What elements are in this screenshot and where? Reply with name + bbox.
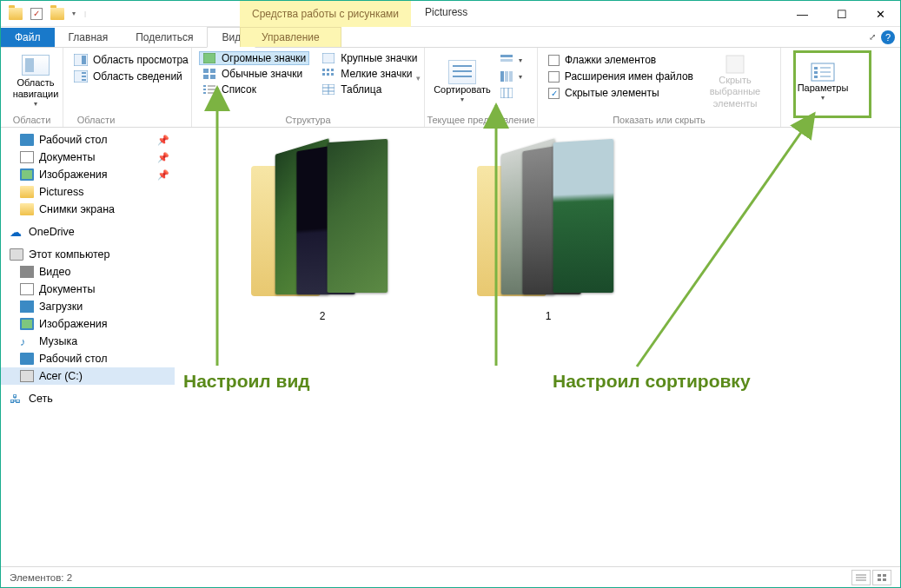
details-pane-button[interactable]: Область сведений bbox=[70, 69, 184, 83]
details-icon bbox=[321, 83, 335, 96]
file-view[interactable]: 2 1 Настроил вид Настроил сортировку bbox=[175, 128, 900, 566]
sort-button[interactable]: Сортировать ▾ bbox=[432, 51, 493, 112]
folder-name: 2 bbox=[320, 310, 326, 322]
folder-item[interactable]: 1 bbox=[470, 128, 626, 322]
tab-home[interactable]: Главная bbox=[55, 28, 123, 47]
view-details[interactable]: Таблица bbox=[318, 83, 421, 96]
navigation-pane-button[interactable]: Область навигации ▾ bbox=[8, 51, 63, 112]
help-icon[interactable]: ? bbox=[881, 30, 895, 44]
group-current-label: Текущее представление bbox=[425, 115, 537, 125]
group-by-button[interactable]: ▾ bbox=[496, 53, 526, 67]
tree-label: Сеть bbox=[29, 393, 53, 405]
svg-rect-18 bbox=[203, 85, 206, 87]
context-tab-header: Средства работы с рисунками bbox=[240, 1, 411, 27]
tree-documents2[interactable]: Документы bbox=[1, 281, 175, 298]
tree-label: Загрузки bbox=[39, 301, 83, 313]
document-icon bbox=[20, 283, 34, 295]
list-icon bbox=[202, 83, 216, 96]
status-item-count: Элементов: 2 bbox=[10, 572, 72, 583]
hide-selected-button: Скрыть выбранные элементы bbox=[697, 51, 773, 112]
tree-label: OneDrive bbox=[29, 226, 75, 238]
tab-share[interactable]: Поделиться bbox=[122, 28, 207, 47]
minimize-button[interactable]: — bbox=[783, 1, 822, 27]
svg-rect-17 bbox=[331, 73, 334, 76]
sort-icon bbox=[448, 60, 476, 84]
folder-thumbnail bbox=[244, 128, 401, 301]
close-button[interactable]: ✕ bbox=[861, 1, 900, 27]
layout-more-icon[interactable]: ▾ bbox=[416, 74, 421, 83]
svg-rect-22 bbox=[203, 92, 206, 94]
navigation-pane-label: Область навигации bbox=[8, 77, 63, 100]
tree-desktop2[interactable]: Рабочий стол bbox=[1, 350, 175, 367]
view-small-icons[interactable]: Мелкие значки bbox=[318, 67, 421, 81]
add-columns-button[interactable]: ▾ bbox=[496, 69, 526, 83]
tree-pictures[interactable]: Изображения📌 bbox=[1, 166, 175, 183]
checkbox-icon bbox=[548, 55, 560, 66]
chevron-down-icon: ▾ bbox=[34, 100, 37, 109]
tree-label: Acer (C:) bbox=[39, 370, 83, 382]
view-huge-icons[interactable]: Огромные значки bbox=[199, 51, 309, 65]
folder-item[interactable]: 2 bbox=[244, 128, 401, 322]
checkbox-checked-icon: ✓ bbox=[548, 88, 560, 99]
navigation-tree[interactable]: Рабочий стол📌 Документы📌 Изображения📌 Pi… bbox=[1, 128, 175, 566]
hide-selected-label: Скрыть выбранные элементы bbox=[697, 75, 773, 109]
svg-rect-51 bbox=[883, 574, 886, 577]
svg-rect-29 bbox=[500, 59, 513, 62]
svg-rect-14 bbox=[331, 69, 334, 71]
tree-pictures2[interactable]: Изображения bbox=[1, 315, 175, 333]
qat-props[interactable]: ✓ bbox=[27, 4, 46, 23]
tree-picturess[interactable]: Picturess bbox=[1, 183, 175, 201]
tree-music[interactable]: ♪Музыка bbox=[1, 333, 175, 350]
desktop-icon bbox=[20, 353, 34, 365]
huge-icons-icon bbox=[202, 52, 216, 64]
qat-dropdown[interactable]: ▾ bbox=[69, 10, 79, 17]
tree-network[interactable]: 🖧Сеть bbox=[1, 390, 175, 407]
sort-label: Сортировать bbox=[434, 84, 491, 96]
app-icon[interactable] bbox=[6, 4, 25, 23]
folder-icon bbox=[20, 203, 34, 215]
view-list[interactable]: Список bbox=[199, 83, 309, 96]
video-icon bbox=[20, 266, 34, 278]
fit-columns-button[interactable] bbox=[496, 86, 526, 100]
svg-rect-19 bbox=[208, 85, 215, 87]
view-details-label: Таблица bbox=[341, 83, 381, 96]
tree-this-pc[interactable]: Этот компьютер bbox=[1, 246, 175, 263]
tab-manage[interactable]: Управление bbox=[240, 27, 341, 47]
svg-rect-7 bbox=[322, 53, 335, 63]
tree-screenshots[interactable]: Снимки экрана bbox=[1, 201, 175, 218]
maximize-button[interactable]: ☐ bbox=[822, 1, 861, 27]
tree-label: Изображения bbox=[39, 318, 108, 330]
qat-new[interactable] bbox=[48, 4, 67, 23]
status-icons-view[interactable] bbox=[872, 570, 891, 585]
tree-documents[interactable]: Документы📌 bbox=[1, 149, 175, 166]
view-large-icons[interactable]: Крупные значки bbox=[318, 51, 421, 65]
preview-pane-button[interactable]: Область просмотра bbox=[70, 53, 184, 67]
tree-downloads[interactable]: Загрузки bbox=[1, 298, 175, 315]
view-list-label: Список bbox=[222, 83, 256, 96]
svg-rect-5 bbox=[82, 79, 86, 81]
svg-rect-13 bbox=[327, 69, 329, 71]
tree-desktop[interactable]: Рабочий стол📌 bbox=[1, 131, 175, 149]
disk-icon bbox=[20, 370, 34, 382]
file-extensions-label: Расширения имен файлов bbox=[565, 70, 693, 83]
file-extensions-toggle[interactable]: Расширения имен файлов bbox=[545, 69, 697, 83]
folder-name: 1 bbox=[546, 310, 552, 322]
tab-file[interactable]: Файл bbox=[1, 28, 55, 47]
tree-label: Рабочий стол bbox=[39, 134, 107, 146]
status-details-view[interactable] bbox=[851, 570, 871, 585]
details-pane-icon bbox=[74, 70, 88, 83]
pc-icon bbox=[10, 248, 23, 261]
tree-onedrive[interactable]: ☁OneDrive bbox=[1, 223, 175, 241]
item-checkboxes-toggle[interactable]: Флажки элементов bbox=[545, 53, 697, 67]
ribbon-collapse-icon[interactable]: ⤢ bbox=[869, 32, 876, 42]
svg-rect-1 bbox=[82, 56, 86, 64]
tree-video[interactable]: Видео bbox=[1, 263, 175, 281]
svg-rect-11 bbox=[210, 75, 215, 79]
tree-disk-c[interactable]: Acer (C:) bbox=[1, 367, 175, 385]
group-icon bbox=[500, 54, 513, 66]
hidden-items-toggle[interactable]: ✓ Скрытые элементы bbox=[545, 86, 697, 100]
folder-thumbnail bbox=[470, 128, 626, 301]
checkbox-icon bbox=[548, 71, 560, 83]
tree-label: Рабочий стол bbox=[39, 353, 107, 365]
view-medium-icons[interactable]: Обычные значки bbox=[199, 67, 309, 81]
